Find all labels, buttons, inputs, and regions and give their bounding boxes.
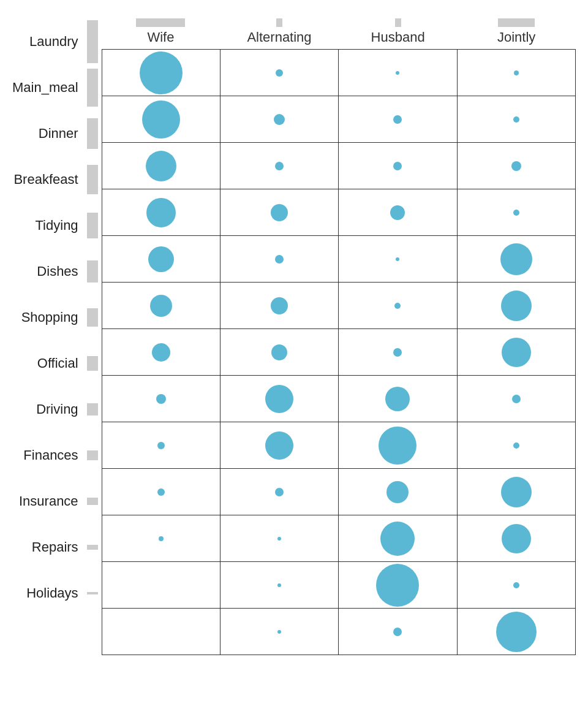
grid-row xyxy=(102,189,575,236)
bubble xyxy=(152,343,170,362)
grid-cell xyxy=(458,236,575,282)
gray-bar xyxy=(87,450,98,460)
bubble xyxy=(396,71,399,75)
bubble xyxy=(277,583,281,587)
bubble xyxy=(275,488,284,496)
grid-cell xyxy=(221,422,339,468)
row-label-text: Main_meal xyxy=(12,80,78,96)
grid-cell xyxy=(102,143,221,189)
grid-wrapper: WifeAlternatingHusbandJointly xyxy=(102,18,576,655)
row-label-item: Official xyxy=(37,340,102,386)
col-header-bar xyxy=(498,18,535,27)
row-label-item: Driving xyxy=(36,386,101,432)
bubble xyxy=(385,387,410,411)
bubble xyxy=(142,101,180,139)
grid-cell xyxy=(339,329,457,375)
grid-table xyxy=(102,49,576,655)
grid-cell xyxy=(458,515,575,561)
bubble xyxy=(393,348,402,357)
grid-cell xyxy=(102,329,221,375)
bubble xyxy=(156,394,166,404)
bar-container xyxy=(83,64,102,110)
row-label-item: Breakfeast xyxy=(13,156,101,202)
bar-container xyxy=(83,110,102,156)
grid-cell xyxy=(458,143,575,189)
bubble xyxy=(265,385,293,413)
grid-cell xyxy=(102,609,221,655)
bubble xyxy=(150,295,172,317)
gray-bar xyxy=(87,165,98,194)
bubble xyxy=(513,442,519,449)
bubble xyxy=(148,246,174,272)
bubble xyxy=(271,297,288,314)
col-header-label: Jointly xyxy=(497,29,535,45)
row-label-text: Tidying xyxy=(36,218,78,233)
grid-row xyxy=(102,96,575,143)
bubble xyxy=(275,162,284,170)
bubble xyxy=(146,151,176,181)
grid-row xyxy=(102,422,575,469)
bubble xyxy=(496,612,537,652)
grid-cell xyxy=(221,376,339,422)
col-headers: WifeAlternatingHusbandJointly xyxy=(102,18,576,49)
grid-cell xyxy=(221,143,339,189)
grid-row xyxy=(102,283,575,329)
grid-cell xyxy=(339,283,457,328)
grid-cell xyxy=(339,469,457,515)
bubble xyxy=(396,257,399,261)
row-label-item: Insurance xyxy=(19,478,102,524)
bar-container xyxy=(83,524,102,570)
bar-container xyxy=(83,156,102,202)
gray-bar xyxy=(87,403,98,416)
grid-cell xyxy=(458,50,575,96)
grid-cell xyxy=(221,236,339,282)
bubble xyxy=(157,488,165,496)
grid-cell xyxy=(339,96,457,142)
grid-cell xyxy=(458,562,575,608)
row-label-item: Shopping xyxy=(21,294,102,340)
gray-bar xyxy=(87,308,98,327)
grid-cell xyxy=(458,189,575,235)
bubble xyxy=(502,524,531,553)
col-header-bar xyxy=(276,18,282,27)
gray-bar xyxy=(87,592,98,594)
grid-cell xyxy=(221,189,339,235)
row-label-item: Laundry xyxy=(29,18,102,64)
grid-cell xyxy=(221,515,339,561)
grid-row xyxy=(102,329,575,376)
row-label-text: Dinner xyxy=(39,126,78,142)
grid-cell xyxy=(221,96,339,142)
row-label-item: Dishes xyxy=(37,248,101,294)
bubble xyxy=(513,116,519,123)
bubble xyxy=(501,290,532,321)
bubble xyxy=(277,537,281,541)
grid-cell xyxy=(458,609,575,655)
bubble xyxy=(265,431,293,460)
grid-cell xyxy=(102,562,221,608)
bar-container xyxy=(83,340,102,386)
gray-bar xyxy=(87,356,98,371)
bubble xyxy=(379,427,417,465)
bubble xyxy=(511,161,521,171)
bubble xyxy=(501,477,532,507)
bubble xyxy=(140,51,183,94)
bubble xyxy=(500,243,532,275)
grid-cell xyxy=(221,329,339,375)
row-label-item: Dinner xyxy=(39,110,102,156)
grid-row xyxy=(102,515,575,562)
bubble xyxy=(513,582,519,588)
grid-row xyxy=(102,609,575,655)
gray-bar xyxy=(87,118,98,149)
bubble xyxy=(271,204,288,221)
row-label-item: Holidays xyxy=(26,570,101,616)
bar-container xyxy=(83,202,102,248)
grid-cell xyxy=(339,609,457,655)
row-label-text: Official xyxy=(37,355,78,371)
chart-body: LaundryMain_mealDinnerBreakfeastTidyingD… xyxy=(12,18,576,655)
col-header-husband: Husband xyxy=(339,18,458,49)
grid-cell xyxy=(102,96,221,142)
grid-cell xyxy=(102,189,221,235)
grid-cell xyxy=(221,609,339,655)
grid-cell xyxy=(102,283,221,328)
grid-cell xyxy=(102,469,221,515)
